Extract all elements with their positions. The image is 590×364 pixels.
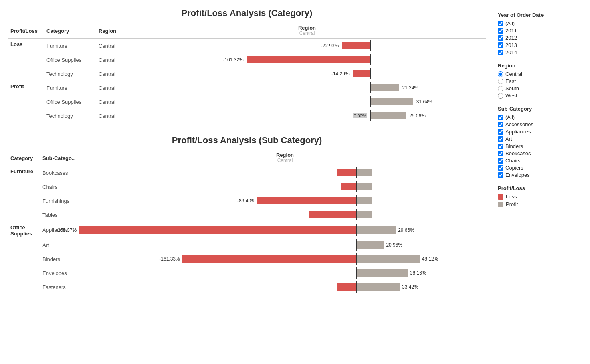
profit-bar-4 <box>370 98 413 105</box>
region-filter-title: Region <box>498 63 582 69</box>
legend-item-1: Profit <box>498 201 582 207</box>
region-radio-1[interactable] <box>498 79 503 84</box>
chart1-region-5: Central <box>96 109 128 123</box>
bar-area-1: -101.32% <box>131 54 483 65</box>
subcat-checkbox-8[interactable] <box>498 172 503 178</box>
subcat-checkbox-7[interactable] <box>498 165 503 171</box>
region-label-1: East <box>505 78 516 84</box>
bar-label-0: -22.93% <box>321 43 339 49</box>
chart2-row-7: Envelopes38.16% <box>8 266 486 280</box>
chart2-subcat-5: Art <box>40 238 84 252</box>
chart2-row-6: Binders-161.33%48.12% <box>8 252 486 266</box>
chart1-row-0: LossFurnitureCentral-22.93% <box>8 39 486 53</box>
bar-area2-8: 33.42% <box>87 281 483 293</box>
chart1-group-label-2 <box>8 67 44 81</box>
subcat-checkbox-2[interactable] <box>498 129 503 135</box>
region-filter-item-1: East <box>498 78 582 84</box>
region-label-0: Central <box>505 71 522 77</box>
region-radio-3[interactable] <box>498 93 503 99</box>
chart1-category-0: Furniture <box>44 39 96 53</box>
region-label-2: South <box>505 85 519 91</box>
year-checkbox-1[interactable] <box>498 28 503 34</box>
profit-bar2-4 <box>356 226 396 234</box>
subcategory-checkboxes: (All)AccessoriesAppliancesArtBindersBook… <box>498 114 582 178</box>
year-checkbox-4[interactable] <box>498 50 503 55</box>
chart1-bar-4: 31.64% <box>128 95 486 109</box>
subcategory-filter-title: Sub-Category <box>498 106 582 112</box>
profit-bar2-6 <box>356 255 420 263</box>
zero-line-2 <box>370 68 371 79</box>
profit-bar2-3 <box>356 211 372 218</box>
chart1-group-label-0: Loss <box>8 39 44 53</box>
chart2-bar-3 <box>84 208 486 222</box>
chart1-row-3: ProfitFurnitureCentral21.24% <box>8 81 486 95</box>
year-checkbox-3[interactable] <box>498 42 503 48</box>
chart2-bar-4: -255.37%29.66% <box>84 222 486 238</box>
chart2-group-label-0: Furniture <box>8 166 40 180</box>
bar-area2-4: -255.37%29.66% <box>87 224 483 236</box>
category-chart-section: Profit/Loss Analysis (Category) Profit/L… <box>8 8 486 123</box>
zero-line2-1 <box>356 181 357 192</box>
zero-line2-6 <box>356 253 357 265</box>
year-checkbox-0[interactable] <box>498 21 503 26</box>
subcat-label-6: Chairs <box>505 158 521 164</box>
chart1-group-label-1 <box>8 53 44 67</box>
chart1-category-2: Technology <box>44 67 96 81</box>
chart1-category-4: Office Supplies <box>44 95 96 109</box>
profit-bar2-8 <box>356 283 400 291</box>
chart1-region-0: Central <box>96 39 128 53</box>
profit-bar2-1 <box>356 183 372 190</box>
chart2-row-2: Furnishings-89.40% <box>8 194 486 208</box>
subcat-filter-item-5: Bookcases <box>498 150 582 156</box>
chart2-region-label: Region <box>276 152 294 158</box>
chart2-bar-2: -89.40% <box>84 194 486 208</box>
loss-bar2-2 <box>257 197 357 204</box>
chart1-bar-2: -14.29% <box>128 67 486 81</box>
loss-label2-2: -89.40% <box>237 198 255 204</box>
chart1-group-label-3: Profit <box>8 81 44 95</box>
profit-bar2-5 <box>356 241 384 249</box>
chart1-region-3: Central <box>96 81 128 95</box>
zero-line-4 <box>370 96 371 107</box>
subcat-checkbox-5[interactable] <box>498 151 503 156</box>
chart2-region-value: Central <box>277 158 293 163</box>
profit-bar2-0 <box>356 169 372 176</box>
year-checkbox-2[interactable] <box>498 35 503 41</box>
subcat-label-5: Bookcases <box>505 150 531 156</box>
region-label-3: West <box>505 93 517 99</box>
region-radio-0[interactable] <box>498 71 503 77</box>
year-filter-item-4: 2014 <box>498 49 582 55</box>
subcat-checkbox-3[interactable] <box>498 136 503 142</box>
chart1-group-label-5 <box>8 109 44 123</box>
bar-area-4: 31.64% <box>131 96 483 107</box>
profit-bar2-2 <box>356 197 372 204</box>
zero-line2-8 <box>356 281 357 293</box>
chart2-group-label-8 <box>8 280 40 294</box>
chart2-row-3: Tables <box>8 208 486 222</box>
subcat-filter-item-6: Chairs <box>498 158 582 164</box>
zero-line2-7 <box>356 267 357 279</box>
loss-label2-6: -161.33% <box>159 256 180 262</box>
year-filter-item-0: (All) <box>498 20 582 26</box>
subcat-filter-item-0: (All) <box>498 114 582 120</box>
subcat-checkbox-0[interactable] <box>498 115 503 120</box>
subcat-checkbox-6[interactable] <box>498 158 503 164</box>
year-filter-item-1: 2011 <box>498 28 582 34</box>
bar-label-5: 25.06% <box>409 113 426 119</box>
region-radio-2[interactable] <box>498 86 503 91</box>
chart2-group-label-6 <box>8 252 40 266</box>
bar-area2-0 <box>87 167 483 178</box>
profit-label2-5: 20.96% <box>386 242 402 248</box>
year-label-2: 2012 <box>505 35 517 41</box>
subcategory-chart-table: Category Sub-Catego.. Region Central Fur… <box>8 150 486 294</box>
loss-label2-4: -255.37% <box>56 227 77 233</box>
col-header-bars: Region Central <box>128 23 486 39</box>
zero-label-5: 0.00% <box>353 113 367 118</box>
col-header-subcat2: Sub-Catego.. <box>40 150 84 166</box>
chart2-row-1: Chairs <box>8 180 486 194</box>
subcat-checkbox-4[interactable] <box>498 144 503 149</box>
bar-area2-1 <box>87 181 483 192</box>
zero-line-1 <box>370 54 371 65</box>
subcat-checkbox-1[interactable] <box>498 122 503 127</box>
bar-area2-6: -161.33%48.12% <box>87 253 483 265</box>
